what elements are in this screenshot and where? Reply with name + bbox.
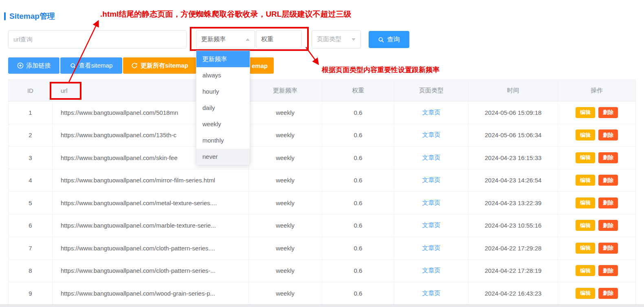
table-row: 5 https://www.bangtuowallpanel.com/metal… bbox=[9, 192, 636, 215]
table-row: 8 https://www.bangtuowallpanel.com/cloth… bbox=[9, 260, 636, 283]
url-search-input[interactable] bbox=[8, 30, 187, 48]
page-type-link[interactable]: 文章页 bbox=[422, 154, 440, 162]
delete-button[interactable]: 删除 bbox=[598, 197, 618, 208]
page-type-link[interactable]: 文章页 bbox=[422, 131, 440, 139]
page-title: Sitemap管理 bbox=[4, 11, 55, 22]
cell-actions: 编辑 删除 bbox=[558, 124, 636, 147]
add-link-button[interactable]: 添加链接 bbox=[8, 57, 59, 74]
table-row: 4 https://www.bangtuowallpanel.com/mirro… bbox=[9, 169, 636, 192]
cell-actions: 编辑 删除 bbox=[558, 237, 636, 259]
cell-weight: 0.6 bbox=[322, 260, 395, 282]
header-cell-id: ID bbox=[9, 80, 53, 101]
page-type-select-label: 页面类型 bbox=[317, 35, 341, 43]
cell-time: 2024-04-23 13:22:39 bbox=[468, 192, 558, 214]
cell-id: 1 bbox=[9, 101, 53, 124]
frequency-dropdown: 更新频率alwayshourlydailyweeklymonthlynever bbox=[196, 50, 250, 165]
page-type-link[interactable]: 文章页 bbox=[422, 289, 440, 297]
page-type-link[interactable]: 文章页 bbox=[422, 176, 440, 184]
cell-frequency: weekly bbox=[249, 237, 322, 259]
delete-button[interactable]: 删除 bbox=[598, 265, 618, 276]
cell-url: https://www.bangtuowallpanel.com/cloth-p… bbox=[53, 260, 249, 282]
edit-button[interactable]: 编辑 bbox=[576, 265, 595, 276]
table-row: 1 https://www.bangtuowallpanel.com/5018m… bbox=[9, 101, 636, 124]
page-type-link[interactable]: 文章页 bbox=[422, 267, 440, 274]
edit-button[interactable]: 编辑 bbox=[576, 197, 595, 208]
edit-button[interactable]: 编辑 bbox=[576, 107, 595, 118]
cell-actions: 编辑 删除 bbox=[558, 215, 636, 237]
edit-button[interactable]: 编辑 bbox=[576, 175, 595, 186]
cell-actions: 编辑 删除 bbox=[558, 101, 636, 124]
cell-time: 2024-04-22 16:43:23 bbox=[468, 282, 558, 305]
header-cell-time: 时间 bbox=[468, 80, 558, 101]
search-icon bbox=[378, 37, 384, 43]
edit-button[interactable]: 编辑 bbox=[576, 152, 595, 163]
page-title-text: Sitemap管理 bbox=[9, 11, 55, 22]
delete-button[interactable]: 删除 bbox=[598, 152, 618, 163]
edit-button[interactable]: 编辑 bbox=[576, 288, 595, 299]
page-type-select[interactable]: 页面类型 bbox=[312, 30, 361, 48]
table-row: 2 https://www.bangtuowallpanel.com/135th… bbox=[9, 124, 636, 147]
cell-frequency: weekly bbox=[249, 215, 322, 237]
cell-weight: 0.6 bbox=[322, 147, 395, 169]
header-cell-actions: 操作 bbox=[558, 80, 636, 101]
cell-url: https://www.bangtuowallpanel.com/marble-… bbox=[53, 215, 249, 237]
frequency-option[interactable]: daily bbox=[196, 100, 250, 116]
cell-id: 8 bbox=[9, 260, 53, 282]
page-type-link[interactable]: 文章页 bbox=[422, 244, 440, 252]
view-sitemap-button[interactable]: 查看sitemap bbox=[60, 57, 122, 74]
delete-button[interactable]: 删除 bbox=[598, 175, 618, 186]
header-cell-page-type: 页面类型 bbox=[394, 80, 468, 101]
delete-button[interactable]: 删除 bbox=[598, 288, 618, 299]
delete-button[interactable]: 删除 bbox=[598, 129, 618, 140]
search-icon bbox=[70, 63, 76, 69]
frequency-option[interactable]: never bbox=[196, 149, 250, 165]
weight-select-label: 权重 bbox=[261, 35, 273, 43]
cell-weight: 0.6 bbox=[322, 192, 395, 214]
cell-weight: 0.6 bbox=[322, 237, 395, 259]
sitemap-table: ID url 更新频率 权重 页面类型 时间 操作 1 https://www.… bbox=[8, 79, 636, 305]
cell-actions: 编辑 删除 bbox=[558, 169, 636, 192]
caret-up-icon bbox=[246, 38, 250, 41]
page-type-link[interactable]: 文章页 bbox=[422, 109, 440, 116]
cell-url: https://www.bangtuowallpanel.com/mirror-… bbox=[53, 169, 249, 192]
cell-url: https://www.bangtuowallpanel.com/metal-t… bbox=[53, 192, 249, 214]
page-type-link[interactable]: 文章页 bbox=[422, 221, 440, 229]
refresh-icon bbox=[131, 62, 138, 69]
table-row: 7 https://www.bangtuowallpanel.com/cloth… bbox=[9, 237, 636, 260]
delete-button[interactable]: 删除 bbox=[598, 243, 618, 254]
frequency-option[interactable]: 更新频率 bbox=[196, 51, 250, 67]
header-cell-frequency: 更新频率 bbox=[249, 80, 322, 101]
page-type-link[interactable]: 文章页 bbox=[422, 199, 440, 207]
cell-time: 2024-04-22 17:29:28 bbox=[468, 237, 558, 259]
frequency-select-label: 更新频率 bbox=[201, 35, 226, 43]
sitemap-admin-page: Sitemap管理 .html结尾的静态页面，方便蜘蛛爬取谷歌收录，URL层级建… bbox=[0, 0, 644, 307]
cell-time: 2024-04-23 14:26:54 bbox=[468, 169, 558, 192]
edit-button[interactable]: 编辑 bbox=[576, 129, 595, 140]
edit-button[interactable]: 编辑 bbox=[576, 220, 595, 231]
frequency-option[interactable]: hourly bbox=[196, 83, 250, 100]
table-row: 9 https://www.bangtuowallpanel.com/wood-… bbox=[9, 282, 636, 305]
update-all-sitemap-button[interactable]: 更新所有sitemap bbox=[123, 57, 196, 74]
cell-time: 2024-04-22 17:28:19 bbox=[468, 260, 558, 282]
cell-frequency: weekly bbox=[249, 282, 322, 305]
cell-actions: 编辑 删除 bbox=[558, 260, 636, 282]
cell-time: 2024-05-06 15:06:34 bbox=[468, 124, 558, 147]
cell-actions: 编辑 删除 bbox=[558, 147, 636, 169]
cell-time: 2024-04-23 16:15:33 bbox=[468, 147, 558, 169]
cell-id: 4 bbox=[9, 169, 53, 192]
delete-button[interactable]: 删除 bbox=[598, 107, 618, 118]
cell-id: 3 bbox=[9, 147, 53, 169]
frequency-select[interactable]: 更新频率 bbox=[196, 30, 255, 48]
cell-id: 9 bbox=[9, 282, 53, 305]
cell-time: 2024-05-06 15:09:18 bbox=[468, 101, 558, 124]
query-button[interactable]: 查询 bbox=[369, 31, 409, 48]
cell-actions: 编辑 删除 bbox=[558, 192, 636, 214]
cell-frequency: weekly bbox=[249, 260, 322, 282]
edit-button[interactable]: 编辑 bbox=[576, 243, 595, 254]
frequency-option[interactable]: always bbox=[196, 67, 250, 83]
weight-select[interactable]: 权重 bbox=[256, 30, 302, 48]
frequency-option[interactable]: weekly bbox=[196, 116, 250, 132]
delete-button[interactable]: 删除 bbox=[598, 220, 618, 231]
frequency-option[interactable]: monthly bbox=[196, 132, 250, 149]
title-accent-bar bbox=[4, 12, 6, 20]
